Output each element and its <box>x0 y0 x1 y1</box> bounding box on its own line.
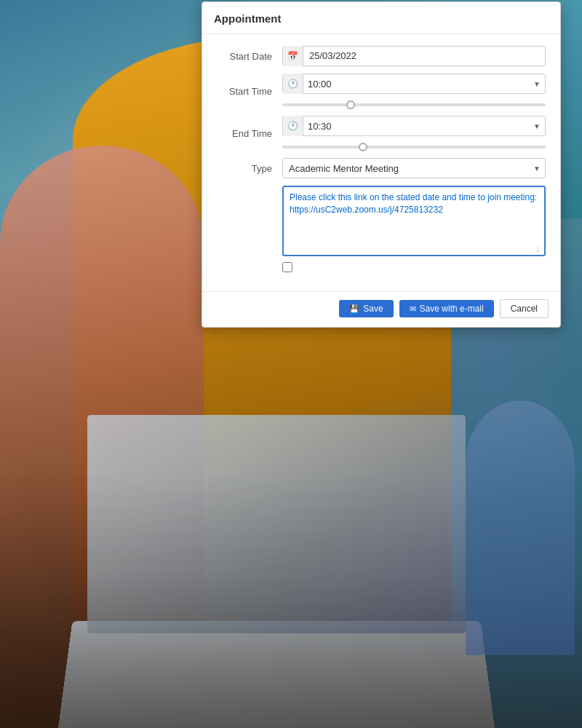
end-time-select-wrap: 🕐 10:00 10:30 11:00 11:30 12:00 ▼ <box>282 116 546 136</box>
type-select-wrap: Academic Mentor Meeting Tutor Session Of… <box>282 158 546 178</box>
start-date-value: 25/03/2022 <box>303 46 362 66</box>
modal-footer: 💾 Save ✉ Save with e-mail Cancel <box>202 291 560 327</box>
message-label <box>217 186 282 189</box>
type-control: Academic Mentor Meeting Tutor Session Of… <box>282 158 546 178</box>
cancel-label: Cancel <box>511 304 538 314</box>
end-time-slider[interactable] <box>282 146 546 149</box>
clock-icon-end: 🕐 <box>283 116 303 136</box>
start-time-slider-wrap <box>282 98 546 108</box>
end-time-select[interactable]: 10:00 10:30 11:00 11:30 12:00 <box>303 121 529 132</box>
start-date-input[interactable]: 📅 25/03/2022 <box>282 46 546 66</box>
checkbox-input[interactable] <box>282 262 292 272</box>
start-date-row: Start Date 📅 25/03/2022 <box>217 46 546 66</box>
message-control: Please click this link on the stated dat… <box>282 186 546 275</box>
message-row: Please click this link on the stated dat… <box>217 186 546 275</box>
save-with-email-button[interactable]: ✉ Save with e-mail <box>399 300 494 317</box>
end-time-dropdown-arrow: ▼ <box>529 122 545 130</box>
start-time-select-wrap: 🕐 09:00 09:30 10:00 10:30 11:00 ▼ <box>282 74 546 94</box>
checkbox-row <box>282 262 546 272</box>
start-date-label: Start Date <box>217 51 282 62</box>
modal-title: Appointment <box>202 2 560 34</box>
cancel-button[interactable]: Cancel <box>500 299 549 318</box>
type-label: Type <box>217 163 282 174</box>
end-time-slider-wrap <box>282 140 546 151</box>
type-row: Type Academic Mentor Meeting Tutor Sessi… <box>217 158 546 178</box>
start-time-select[interactable]: 09:00 09:30 10:00 10:30 11:00 <box>303 79 529 90</box>
end-time-control: 🕐 10:00 10:30 11:00 11:30 12:00 ▼ <box>282 116 546 151</box>
modal-body: Start Date 📅 25/03/2022 Start Time 🕐 09:… <box>202 34 560 291</box>
end-time-row: End Time 🕐 10:00 10:30 11:00 11:30 12:00… <box>217 116 546 151</box>
save-email-label: Save with e-mail <box>420 304 484 314</box>
appointment-modal: Appointment Start Date 📅 25/03/2022 Star… <box>202 1 561 328</box>
end-time-label: End Time <box>217 128 282 139</box>
start-time-label: Start Time <box>217 86 282 97</box>
email-icon: ✉ <box>410 304 416 314</box>
message-textarea[interactable]: Please click this link on the stated dat… <box>284 187 544 253</box>
calendar-icon: 📅 <box>283 46 303 66</box>
start-time-row: Start Time 🕐 09:00 09:30 10:00 10:30 11:… <box>217 74 546 108</box>
resize-handle-icon: ⟘ <box>535 246 543 253</box>
start-time-slider[interactable] <box>282 103 546 106</box>
type-select[interactable]: Academic Mentor Meeting Tutor Session Of… <box>283 163 529 174</box>
save-label: Save <box>363 304 383 314</box>
start-time-control: 🕐 09:00 09:30 10:00 10:30 11:00 ▼ <box>282 74 546 108</box>
clock-icon-start: 🕐 <box>283 74 303 94</box>
save-button[interactable]: 💾 Save <box>339 300 393 317</box>
save-icon: 💾 <box>349 304 359 314</box>
type-dropdown-arrow: ▼ <box>529 165 545 173</box>
message-textarea-wrap: Please click this link on the stated dat… <box>282 186 546 256</box>
start-date-control: 📅 25/03/2022 <box>282 46 546 66</box>
start-time-dropdown-arrow: ▼ <box>529 80 545 88</box>
